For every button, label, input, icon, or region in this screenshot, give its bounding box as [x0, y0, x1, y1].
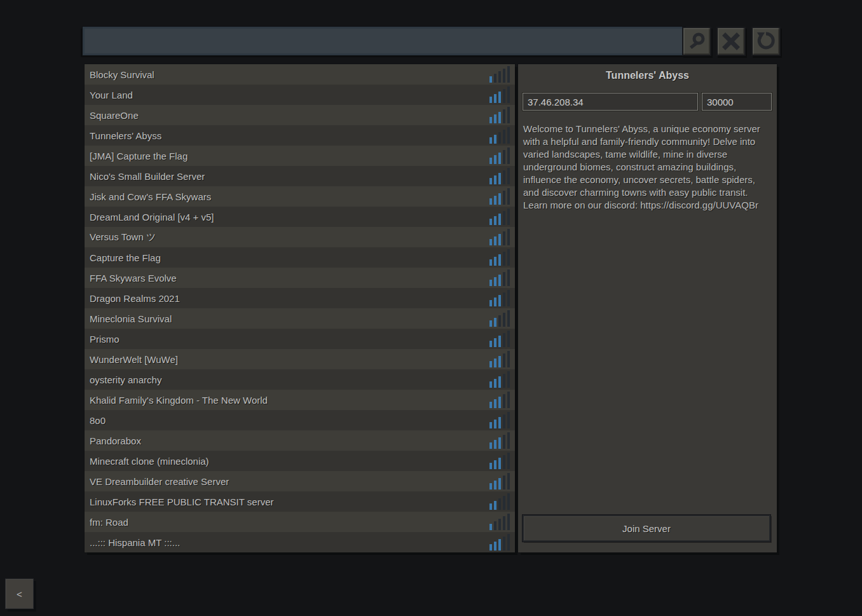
- server-name: SquareOne: [90, 110, 489, 121]
- server-name: fm: Road: [90, 517, 489, 528]
- ping-icon: [489, 290, 510, 306]
- server-list-item[interactable]: Blocky Survival: [85, 64, 515, 85]
- server-list-item[interactable]: Minecraft clone (mineclonia): [85, 451, 515, 471]
- server-name: Mineclonia Survival: [90, 313, 489, 324]
- ping-icon: [489, 270, 510, 286]
- ping-icon: [489, 473, 510, 489]
- ping-icon: [489, 534, 510, 551]
- server-name: [JMA] Capture the Flag: [90, 151, 489, 161]
- ping-icon: [489, 229, 510, 245]
- server-list-item[interactable]: Mineclonia Survival: [85, 308, 515, 329]
- server-name: Khalid Family's Kingdom - The New World: [90, 395, 489, 406]
- server-name: 8o0: [90, 415, 489, 426]
- server-list-item[interactable]: Prismo: [85, 329, 515, 349]
- server-detail-panel: Tunnelers' Abyss Welcome to Tunnelers' A…: [518, 64, 777, 552]
- server-description: Welcome to Tunnelers' Abyss, a unique ec…: [523, 123, 769, 212]
- ping-icon: [489, 188, 510, 205]
- server-list-item[interactable]: 8o0: [85, 410, 515, 430]
- server-name: LinuxForks FREE PUBLIC TRANSIT server: [90, 496, 489, 507]
- ping-icon: [489, 453, 510, 469]
- ping-icon: [489, 432, 510, 449]
- ping-icon: [489, 310, 510, 327]
- ping-icon: [489, 107, 510, 123]
- server-browser-screen: Blocky Survival Your Land SquareOne Tunn…: [0, 0, 862, 616]
- ping-icon: [489, 412, 510, 428]
- server-list-item[interactable]: WunderWelt [WuWe]: [85, 349, 515, 369]
- server-list-item[interactable]: fm: Road: [85, 512, 515, 532]
- ping-icon: [489, 392, 510, 408]
- server-list-item[interactable]: FFA Skywars Evolve: [85, 268, 515, 288]
- search-icon: [687, 32, 706, 51]
- server-list-item[interactable]: Dragon Realms 2021: [85, 288, 515, 308]
- server-name: FFA Skywars Evolve: [90, 273, 489, 284]
- ping-icon: [489, 331, 510, 347]
- ping-icon: [489, 168, 510, 184]
- server-list-item[interactable]: LinuxForks FREE PUBLIC TRANSIT server: [85, 491, 515, 512]
- ping-icon: [489, 209, 510, 225]
- server-title: Tunnelers' Abyss: [518, 70, 777, 81]
- ping-icon: [489, 86, 510, 103]
- server-name: Versus Town ツ: [90, 231, 489, 243]
- server-name: Your Land: [90, 90, 489, 100]
- server-list-item[interactable]: VE Dreambuilder creative Server: [85, 471, 515, 491]
- search-input[interactable]: [83, 27, 685, 55]
- server-name: WunderWelt [WuWe]: [90, 354, 489, 365]
- clear-search-button[interactable]: [716, 27, 746, 56]
- ping-icon: [489, 351, 510, 367]
- ping-icon: [489, 514, 510, 530]
- ping-icon: [489, 127, 510, 144]
- close-icon: [722, 32, 741, 51]
- server-list-item[interactable]: [JMA] Capture the Flag: [85, 146, 515, 166]
- server-list: Blocky Survival Your Land SquareOne Tunn…: [85, 64, 515, 552]
- refresh-button[interactable]: [751, 27, 781, 56]
- ping-icon: [489, 66, 510, 83]
- port-field[interactable]: [702, 93, 772, 111]
- server-name: DreamLand Original [v4 + v5]: [90, 212, 489, 222]
- ping-icon: [489, 147, 510, 164]
- server-name: Tunnelers' Abyss: [90, 130, 489, 141]
- server-name: Capture the Flag: [90, 252, 489, 263]
- server-list-item[interactable]: Jisk and Cow's FFA Skywars: [85, 186, 515, 207]
- server-list-item[interactable]: DreamLand Original [v4 + v5]: [85, 207, 515, 227]
- server-name: Nico's Small Builder Server: [90, 171, 489, 182]
- refresh-icon: [756, 31, 776, 51]
- server-name: Prismo: [90, 334, 489, 345]
- back-button[interactable]: <: [5, 578, 34, 609]
- server-name: Dragon Realms 2021: [90, 293, 489, 304]
- server-name: oysterity anarchy: [90, 374, 489, 385]
- server-list-item[interactable]: oysterity anarchy: [85, 369, 515, 390]
- server-list-item[interactable]: Tunnelers' Abyss: [85, 125, 515, 146]
- server-name: Blocky Survival: [90, 69, 489, 80]
- ping-icon: [489, 371, 510, 388]
- ping-icon: [489, 249, 510, 266]
- address-field[interactable]: [523, 93, 698, 111]
- server-list-item[interactable]: SquareOne: [85, 105, 515, 125]
- server-name: ...::: Hispania MT :::...: [90, 537, 489, 548]
- join-server-button[interactable]: Join Server: [523, 515, 770, 542]
- server-name: Jisk and Cow's FFA Skywars: [90, 191, 489, 202]
- server-name: Minecraft clone (mineclonia): [90, 456, 489, 467]
- server-list-item[interactable]: Your Land: [85, 85, 515, 105]
- server-list-item[interactable]: ...::: Hispania MT :::...: [85, 532, 515, 552]
- server-name: VE Dreambuilder creative Server: [90, 476, 489, 487]
- server-list-item[interactable]: Nico's Small Builder Server: [85, 166, 515, 186]
- ping-icon: [489, 493, 510, 510]
- server-list-item[interactable]: Versus Town ツ: [85, 227, 515, 247]
- server-list-item[interactable]: Capture the Flag: [85, 247, 515, 268]
- server-list-item[interactable]: Khalid Family's Kingdom - The New World: [85, 390, 515, 410]
- server-name: Pandorabox: [90, 435, 489, 446]
- server-list-item[interactable]: Pandorabox: [85, 430, 515, 451]
- search-button[interactable]: [682, 27, 711, 56]
